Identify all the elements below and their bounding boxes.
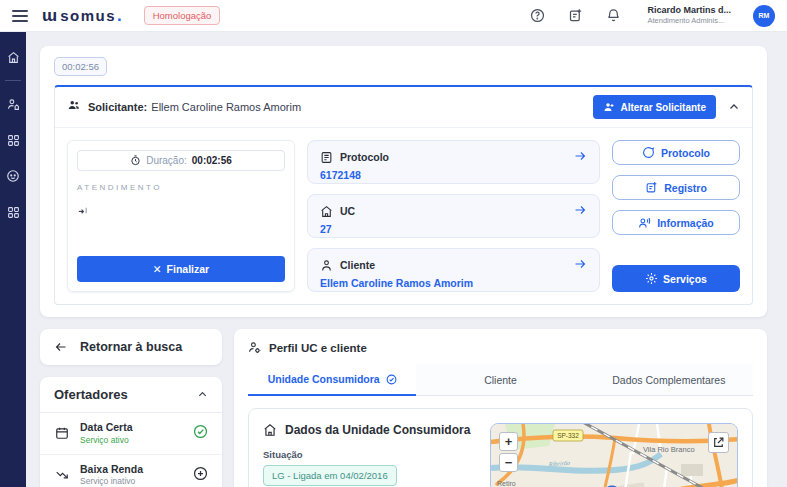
left-column: Retornar à busca Ofertadores bbox=[40, 329, 222, 487]
arrow-left-icon bbox=[54, 341, 68, 353]
situacao-label: Situação bbox=[263, 449, 476, 460]
arrow-right-icon[interactable] bbox=[573, 202, 587, 220]
servicos-button[interactable]: Serviços bbox=[612, 265, 740, 292]
map-label-river: Ribeirão bbox=[548, 460, 570, 467]
info-card-column: Protocolo 6172148 UC bbox=[307, 140, 600, 292]
stopwatch-icon bbox=[130, 155, 141, 166]
protocolo-action-button[interactable]: Protocolo bbox=[612, 140, 740, 165]
map-canvas: SP-332 Vila Rio Branco Chácara Urbana Re… bbox=[491, 424, 738, 487]
user-role: Atendimento Adminis... bbox=[647, 16, 731, 25]
duracao-header: Duração: 00:02:56 bbox=[77, 150, 285, 171]
plus-circle-icon[interactable] bbox=[193, 466, 208, 485]
protocolo-card[interactable]: Protocolo 6172148 bbox=[307, 140, 600, 184]
map-label-district: Vila Rio Branco bbox=[643, 445, 695, 454]
hamburger-menu-icon[interactable] bbox=[12, 10, 28, 22]
person-gear-icon bbox=[248, 341, 261, 354]
arrow-right-icon[interactable] bbox=[573, 148, 587, 166]
dados-uc-panel: Dados da Unidade Consumidora Situação LG… bbox=[248, 408, 753, 487]
tab-cliente[interactable]: Cliente bbox=[416, 364, 584, 396]
uc-value: 27 bbox=[320, 223, 587, 235]
duracao-value: 00:02:56 bbox=[192, 155, 232, 166]
map-expand-button[interactable] bbox=[708, 432, 729, 453]
arrow-right-icon[interactable] bbox=[573, 256, 587, 274]
top-bar: ɯsomus. Homologação Ricardo Martins d...… bbox=[0, 0, 787, 32]
registro-action-button[interactable]: Registro bbox=[612, 175, 740, 200]
status-text: Serviço ativo bbox=[80, 435, 183, 446]
app-page: ɯsomus. Homologação Ricardo Martins d...… bbox=[0, 0, 787, 487]
sidebar-nav bbox=[0, 32, 26, 487]
check-circle-icon bbox=[193, 424, 208, 443]
situacao-chip: LG - Ligada em 04/02/2016 bbox=[263, 465, 397, 486]
road-shield: SP-332 bbox=[553, 430, 583, 441]
perfil-title: Perfil UC e cliente bbox=[269, 342, 367, 354]
logo-mark: ɯ bbox=[42, 6, 56, 26]
gear-icon bbox=[645, 272, 658, 285]
person-announce-icon bbox=[638, 216, 651, 229]
ofertador-item-baixa-renda[interactable]: Baixa Renda Serviço inativo bbox=[40, 455, 222, 487]
ofertadores-title: Ofertadores bbox=[54, 387, 128, 402]
tab-unidade-consumidora[interactable]: Unidade Consumidora bbox=[248, 364, 416, 396]
map-zoom-in-button[interactable]: + bbox=[499, 432, 518, 451]
action-button-column: Protocolo Registro Informação bbox=[612, 140, 740, 292]
perfil-uc-cliente-panel: Perfil UC e cliente Unidade Consumidora … bbox=[234, 329, 767, 487]
duracao-card: Duração: 00:02:56 ATENDIMENTO ✕ Finaliza… bbox=[67, 140, 295, 292]
informacao-action-button[interactable]: Informação bbox=[612, 210, 740, 235]
help-icon[interactable] bbox=[529, 8, 545, 24]
people-icon bbox=[67, 98, 81, 116]
home-icon bbox=[263, 423, 277, 437]
protocolo-value: 6172148 bbox=[320, 169, 587, 181]
notifications-bell-icon[interactable] bbox=[605, 8, 621, 24]
sidebar-divider bbox=[5, 80, 21, 81]
person-icon bbox=[320, 259, 333, 272]
close-x-icon: ✕ bbox=[153, 263, 162, 275]
solicitante-name: Ellem Caroline Ramos Amorim bbox=[151, 101, 301, 113]
user-avatar[interactable]: RM bbox=[753, 5, 775, 27]
sidebar-home-icon[interactable] bbox=[0, 44, 26, 70]
calendar-icon bbox=[54, 426, 70, 440]
protocolo-label: Protocolo bbox=[340, 151, 389, 163]
sidebar-assistant-icon[interactable] bbox=[0, 163, 26, 189]
register-plus-icon bbox=[645, 181, 658, 194]
dados-uc-title: Dados da Unidade Consumidora bbox=[285, 423, 470, 437]
chat-bubble-icon bbox=[642, 146, 655, 159]
duracao-label: Duração: bbox=[146, 155, 187, 166]
alterar-solicitante-button[interactable]: Alterar Solicitante bbox=[593, 95, 716, 119]
trending-down-icon bbox=[54, 468, 70, 482]
somus-logo: ɯsomus. bbox=[42, 6, 122, 26]
uc-card[interactable]: UC 27 bbox=[307, 194, 600, 238]
solicitante-label: Solicitante: bbox=[88, 101, 147, 113]
ofertador-item-data-certa[interactable]: Data Certa Serviço ativo bbox=[40, 413, 222, 455]
atendimento-section-label: ATENDIMENTO bbox=[77, 183, 285, 192]
person-add-icon bbox=[603, 101, 615, 113]
map-label-district: Retiro bbox=[497, 480, 516, 487]
cliente-value: Ellem Caroline Ramos Amorim bbox=[320, 277, 587, 289]
document-icon bbox=[320, 151, 333, 164]
user-info[interactable]: Ricardo Martins d... Atendimento Adminis… bbox=[647, 5, 731, 26]
retornar-busca-button[interactable]: Retornar à busca bbox=[40, 329, 222, 365]
tab-dados-complementares[interactable]: Dados Complementares bbox=[585, 364, 753, 396]
atendimento-status-icon bbox=[77, 202, 285, 220]
ofertadores-panel: Ofertadores Data Certa Serviço ativo bbox=[40, 377, 222, 487]
home-icon bbox=[320, 205, 333, 218]
new-register-icon[interactable] bbox=[567, 8, 583, 24]
svg-text:SP-332: SP-332 bbox=[557, 432, 579, 439]
uc-label: UC bbox=[340, 205, 355, 217]
attendance-timer-chip: 00:02:56 bbox=[54, 57, 107, 76]
finalizar-button[interactable]: ✕ Finalizar bbox=[77, 256, 285, 282]
status-text: Serviço inativo bbox=[80, 476, 183, 487]
tab-check-icon bbox=[386, 374, 397, 385]
main-content: 00:02:56 Solicitante: Ellem Caroline Ram… bbox=[26, 32, 787, 487]
ofertadores-collapse-chevron-icon[interactable] bbox=[197, 389, 208, 400]
sidebar-attendance-icon[interactable] bbox=[0, 91, 26, 117]
sidebar-services-grid-icon[interactable] bbox=[0, 127, 26, 153]
environment-badge: Homologação bbox=[144, 6, 221, 25]
uc-location-map[interactable]: SP-332 Vila Rio Branco Chácara Urbana Re… bbox=[490, 423, 738, 487]
collapse-chevron-up-icon[interactable] bbox=[728, 101, 740, 113]
cliente-label: Cliente bbox=[340, 259, 375, 271]
sidebar-modules-grid-icon[interactable] bbox=[0, 199, 26, 225]
cliente-card[interactable]: Cliente Ellem Caroline Ramos Amorim bbox=[307, 248, 600, 292]
map-zoom-out-button[interactable]: − bbox=[499, 453, 518, 472]
perfil-tabs: Unidade Consumidora Cliente Dados Comple… bbox=[248, 364, 753, 396]
user-name: Ricardo Martins d... bbox=[647, 5, 731, 16]
attendance-card: 00:02:56 Solicitante: Ellem Caroline Ram… bbox=[40, 46, 767, 317]
